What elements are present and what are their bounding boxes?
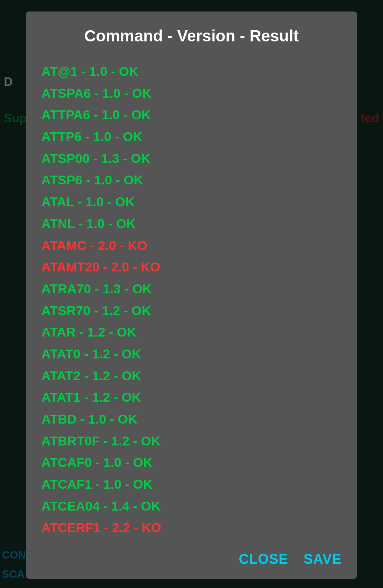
list-item: ATSP6 - 1.0 - OK <box>41 169 342 191</box>
list-item: ATBRT0F - 1.2 - OK <box>41 430 342 452</box>
dialog: Command - Version - Result AT@1 - 1.0 - … <box>26 11 357 579</box>
list-item: ATTPA6 - 1.0 - OK <box>41 104 342 126</box>
save-button[interactable]: SAVE <box>304 551 342 567</box>
list-item: ATTP6 - 1.0 - OK <box>41 126 342 148</box>
list-item: ATSP00 - 1.3 - OK <box>41 148 342 169</box>
list-item: ATCAF0 - 1.0 - OK <box>41 452 342 473</box>
list-item: ATAL - 1.0 - OK <box>41 191 342 213</box>
list-item: AT@1 - 1.0 - OK <box>41 61 342 82</box>
list-item: ATAMC - 2.0 - KO <box>41 235 342 256</box>
list-item: ATCEA04 - 1.4 - OK <box>41 495 342 517</box>
list-item: ATRA70 - 1.3 - OK <box>41 278 342 300</box>
list-item: ATCEA - 1.4 - OK <box>41 539 342 544</box>
list-item: ATSPA6 - 1.0 - OK <box>41 82 342 104</box>
list-item: ATAR - 1.2 - OK <box>41 321 342 343</box>
close-button[interactable]: CLOSE <box>239 551 288 567</box>
list-item: ATAT1 - 1.2 - OK <box>41 386 342 408</box>
dialog-content[interactable]: AT@1 - 1.0 - OKATSPA6 - 1.0 - OKATTPA6 -… <box>26 57 357 544</box>
list-item: ATAT2 - 1.2 - OK <box>41 365 342 387</box>
dialog-footer: CLOSE SAVE <box>26 544 357 579</box>
list-item: ATAMT20 - 2.0 - KO <box>41 256 342 278</box>
dialog-title: Command - Version - Result <box>26 11 357 57</box>
list-item: ATCERF1 - 2.2 - KO <box>41 517 342 539</box>
list-item: ATCAF1 - 1.0 - OK <box>41 473 342 495</box>
list-item: ATNL - 1.0 - OK <box>41 213 342 235</box>
list-item: ATAT0 - 1.2 - OK <box>41 343 342 365</box>
list-item: ATBD - 1.0 - OK <box>41 408 342 430</box>
list-item: ATSR70 - 1.2 - OK <box>41 300 342 322</box>
